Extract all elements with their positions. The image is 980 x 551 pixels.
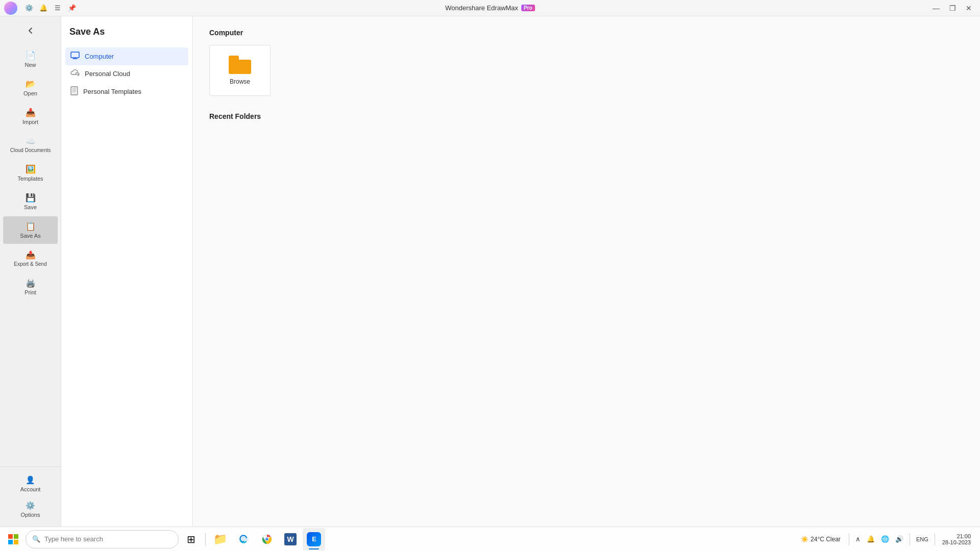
file-explorer-icon: 📁 xyxy=(213,533,227,546)
taskbar-word[interactable]: W xyxy=(279,528,302,550)
sidebar-item-new-label: New xyxy=(24,62,36,68)
title-bar: ⚙️ 🔔 ☰ 📌 Wondershare EdrawMax Pro — ❐ ✕ xyxy=(0,0,980,16)
taskbar-edge[interactable] xyxy=(232,528,255,550)
title-bar-center: Wondershare EdrawMax Pro xyxy=(445,4,535,12)
open-icon: 📂 xyxy=(26,79,36,89)
panel-item-personal-templates[interactable]: Personal Templates xyxy=(65,82,188,101)
sidebar-item-cloud[interactable]: ☁️ Cloud Documents xyxy=(3,131,58,158)
panel-item-computer-label: Computer xyxy=(85,53,114,60)
chevron-up-icon[interactable]: ∧ xyxy=(853,533,863,545)
svg-point-7 xyxy=(266,538,268,540)
sidebar-item-templates[interactable]: 🖼️ Templates xyxy=(3,159,58,187)
panel-title: Save As xyxy=(61,16,192,45)
panel-items: Computer Personal Cloud xyxy=(61,45,192,527)
taskbar-chrome[interactable] xyxy=(256,528,278,550)
taskbar-edraw[interactable]: E xyxy=(303,528,325,550)
taskbar: 🔍 ⊞ 📁 W E xyxy=(0,527,980,551)
taskbar-divider-2 xyxy=(849,533,849,545)
sidebar-item-saveas-label: Save As xyxy=(20,233,40,239)
toolbar-bell-icon[interactable]: 🔔 xyxy=(37,2,50,15)
saveas-icon: 📋 xyxy=(26,221,36,231)
sidebar-item-save-label: Save xyxy=(24,204,37,210)
sidebar-item-cloud-label: Cloud Documents xyxy=(10,147,51,153)
network-icon[interactable]: 🌐 xyxy=(879,533,891,545)
title-bar-controls: — ❐ ✕ xyxy=(929,1,976,15)
browse-label: Browse xyxy=(230,78,250,85)
account-icon: 👤 xyxy=(26,475,35,485)
clock-time: 21:00 xyxy=(957,533,971,539)
sidebar-item-templates-label: Templates xyxy=(17,176,43,182)
section-title: Computer xyxy=(209,29,964,37)
clock-date: 28-10-2023 xyxy=(942,539,971,545)
save-as-panel: Save As Computer xyxy=(61,16,193,527)
sidebar-item-new[interactable]: 📄 New xyxy=(3,45,58,73)
sidebar-item-print[interactable]: 🖨️ Print xyxy=(3,273,58,300)
back-button[interactable] xyxy=(18,18,43,43)
system-tray: ∧ 🔔 🌐 🔊 xyxy=(853,533,905,545)
minimize-button[interactable]: — xyxy=(929,1,943,15)
toolbar-icons: ⚙️ 🔔 ☰ 📌 xyxy=(22,2,79,15)
taskbar-file-explorer[interactable]: 📁 xyxy=(209,528,231,550)
word-icon: W xyxy=(284,533,297,545)
task-view-icon: ⊞ xyxy=(187,533,195,545)
sidebar-narrow: 📄 New 📂 Open 📥 Import ☁️ Cloud Documents… xyxy=(0,16,61,527)
personal-cloud-icon xyxy=(70,69,80,78)
close-button[interactable]: ✕ xyxy=(962,1,976,15)
browse-card[interactable]: Browse xyxy=(209,45,271,96)
svg-rect-2 xyxy=(71,87,78,95)
sidebar-item-export[interactable]: 📤 Export & Send xyxy=(3,245,58,272)
sidebar-item-options[interactable]: ⚙️ Options xyxy=(3,497,58,522)
sidebar-item-export-label: Export & Send xyxy=(14,261,46,267)
personal-templates-icon xyxy=(70,86,78,97)
sidebar-item-saveas[interactable]: 📋 Save As xyxy=(3,216,58,244)
svg-rect-0 xyxy=(71,52,79,58)
user-avatar xyxy=(4,2,17,15)
toolbar-settings-icon[interactable]: ⚙️ xyxy=(22,2,36,15)
export-icon: 📤 xyxy=(26,250,36,260)
panel-item-personal-cloud[interactable]: Personal Cloud xyxy=(65,65,188,82)
sidebar-item-import-label: Import xyxy=(22,119,38,125)
taskbar-clock[interactable]: 21:00 28-10-2023 xyxy=(939,531,974,547)
taskbar-search-bar[interactable]: 🔍 xyxy=(26,530,179,548)
taskbar-right: ☀️ 24°C Clear ∧ 🔔 🌐 🔊 ENG 21:00 28-10-20… xyxy=(797,531,978,547)
new-icon: 📄 xyxy=(26,51,36,60)
app-body: 📄 New 📂 Open 📥 Import ☁️ Cloud Documents… xyxy=(0,16,980,527)
taskbar-task-view[interactable]: ⊞ xyxy=(180,528,202,550)
sidebar-item-save[interactable]: 💾 Save xyxy=(3,188,58,215)
svg-point-1 xyxy=(76,72,79,75)
toolbar-pin-icon[interactable]: 📌 xyxy=(65,2,79,15)
templates-icon: 🖼️ xyxy=(26,164,36,174)
weather-text: 24°C Clear xyxy=(811,536,841,543)
folder-icon xyxy=(229,56,251,74)
volume-icon[interactable]: 🔊 xyxy=(893,533,905,545)
notification-icon[interactable]: 🔔 xyxy=(865,533,877,545)
weather-widget[interactable]: ☀️ 24°C Clear xyxy=(797,534,845,545)
sidebar-item-open[interactable]: 📂 Open xyxy=(3,74,58,102)
panel-item-computer[interactable]: Computer xyxy=(65,47,188,65)
print-icon: 🖨️ xyxy=(26,278,36,288)
weather-icon: ☀️ xyxy=(801,536,808,543)
restore-button[interactable]: ❐ xyxy=(945,1,960,15)
edge-icon xyxy=(238,534,249,545)
main-content: Computer Browse Recent Folders xyxy=(193,16,980,527)
toolbar-menu-icon[interactable]: ☰ xyxy=(51,2,64,15)
taskbar-search-input[interactable] xyxy=(44,535,172,543)
cloud-icon: ☁️ xyxy=(26,136,36,146)
taskbar-divider-4 xyxy=(935,533,935,545)
start-button[interactable] xyxy=(2,528,24,550)
import-icon: 📥 xyxy=(26,108,36,117)
sidebar-item-account[interactable]: 👤 Account xyxy=(3,471,58,496)
sidebar-narrow-bottom: 👤 Account ⚙️ Options xyxy=(0,466,61,527)
recent-folders-title: Recent Folders xyxy=(209,112,964,120)
taskbar-divider-1 xyxy=(205,533,206,545)
computer-icon xyxy=(70,52,80,61)
windows-logo xyxy=(8,534,18,544)
sidebar-item-import[interactable]: 📥 Import xyxy=(3,103,58,130)
language-indicator[interactable]: ENG xyxy=(914,534,930,544)
options-icon: ⚙️ xyxy=(26,501,35,510)
sidebar-item-account-label: Account xyxy=(20,486,41,492)
app-name: Wondershare EdrawMax xyxy=(445,4,518,12)
pro-badge: Pro xyxy=(521,5,535,11)
taskbar-search-icon: 🔍 xyxy=(32,535,40,543)
panel-item-personal-templates-label: Personal Templates xyxy=(83,88,141,95)
